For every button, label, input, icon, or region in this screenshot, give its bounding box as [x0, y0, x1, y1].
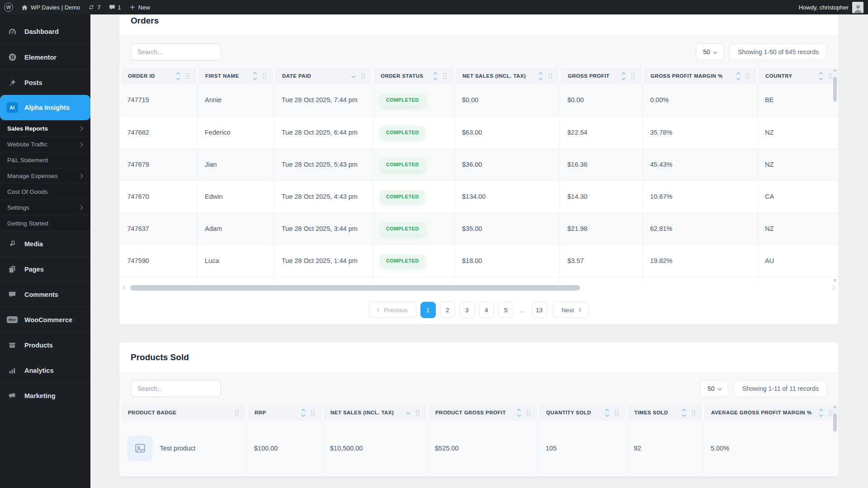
scroll-up-arrow-icon[interactable]	[833, 69, 837, 71]
previous-page-button[interactable]: Previous	[369, 302, 416, 318]
submenu-label: Settings	[7, 204, 29, 211]
submenu-item-sales-reports[interactable]: Sales Reports	[0, 120, 90, 136]
sidebar-item-comments[interactable]: Comments	[0, 282, 90, 307]
scroll-left-arrow-icon[interactable]	[123, 286, 127, 290]
drag-handle-icon[interactable]	[692, 410, 693, 411]
scroll-right-arrow-icon[interactable]	[831, 286, 835, 290]
page-button[interactable]: 3	[459, 302, 475, 318]
page-button[interactable]: 2	[440, 302, 455, 318]
page-button[interactable]: 1	[420, 302, 436, 318]
products-column-header[interactable]: Quantity Sold	[538, 404, 627, 421]
sidebar-item-woocommerce[interactable]: Woo WooCommerce	[0, 307, 90, 332]
page-button[interactable]: 5	[498, 302, 514, 318]
sort-icon[interactable]	[820, 409, 822, 416]
sort-icon[interactable]	[254, 73, 256, 80]
drag-handle-icon[interactable]	[311, 410, 312, 411]
comments-menu[interactable]: 1	[105, 0, 125, 14]
page-button[interactable]: ...	[518, 302, 528, 318]
sidebar-item-media[interactable]: Media	[0, 231, 90, 256]
sidebar-item-elementor[interactable]: Elementor	[0, 44, 90, 70]
drag-handle-icon[interactable]	[361, 73, 363, 75]
orders-column-header[interactable]: Date Paid	[274, 68, 373, 84]
sort-icon[interactable]	[434, 73, 437, 80]
products-vertical-scrollbar[interactable]	[833, 405, 837, 460]
scroll-down-arrow-icon[interactable]	[833, 279, 837, 282]
orders-column-header[interactable]: Country	[758, 68, 839, 84]
products-column-header[interactable]: Product Badge	[120, 404, 247, 421]
orders-horizontal-scrollbar[interactable]	[122, 284, 836, 292]
page-button[interactable]: 13	[532, 302, 547, 318]
sort-icon[interactable]	[407, 411, 410, 414]
orders-column-header[interactable]: First Name	[198, 68, 274, 84]
products-page-size-select[interactable]: 50	[700, 380, 728, 397]
next-page-button[interactable]: Next	[553, 302, 589, 318]
orders-column-header[interactable]: Gross Profit Margin %	[643, 68, 758, 84]
wordpress-menu[interactable]: W	[0, 0, 17, 14]
drag-handle-icon[interactable]	[186, 73, 187, 75]
sidebar-item-posts[interactable]: Posts	[0, 70, 90, 95]
sort-icon[interactable]	[177, 73, 179, 80]
submenu-item-website-traffic[interactable]: Website Traffic	[0, 136, 90, 152]
sidebar-item-pages[interactable]: Pages	[0, 256, 90, 282]
sort-icon[interactable]	[737, 73, 740, 80]
orders-page-size-select[interactable]: 50	[696, 43, 724, 61]
products-column-header[interactable]: Times Sold	[627, 404, 703, 421]
products-column-header[interactable]: Product Gross Profit	[428, 404, 538, 421]
order-id: 747682	[127, 129, 149, 136]
sidebar-item-dashboard[interactable]: Dashboard	[0, 19, 90, 44]
orders-column-header[interactable]: Net Sales (incl. Tax)	[455, 68, 560, 84]
submenu-item-settings[interactable]: Settings	[0, 199, 90, 215]
drag-handle-icon[interactable]	[631, 73, 632, 75]
sort-icon[interactable]	[606, 409, 609, 416]
sort-icon[interactable]	[622, 73, 625, 80]
sort-icon[interactable]	[820, 73, 822, 80]
site-menu[interactable]: WP Davies | Demo	[17, 0, 84, 14]
products-column-header[interactable]: RRP	[247, 404, 323, 421]
orders-vertical-scrollbar[interactable]	[833, 69, 837, 282]
orders-search-input[interactable]	[131, 43, 221, 61]
orders-column-header[interactable]: Gross Profit	[560, 68, 643, 84]
drag-handle-icon[interactable]	[443, 73, 444, 75]
order-id: 747637	[127, 225, 149, 232]
sidebar-item-alpha-insights[interactable]: AI Alpha Insights	[0, 95, 90, 120]
products-records-summary: Showing 1-11 of 11 records	[734, 380, 827, 397]
sort-icon[interactable]	[683, 409, 685, 416]
sidebar-item-marketing[interactable]: Marketing	[0, 383, 90, 408]
first-name: Edwin	[205, 193, 223, 200]
scrollbar-thumb[interactable]	[833, 77, 837, 102]
products-column-header[interactable]: Average Gross Profit Margin %	[703, 404, 839, 421]
scrollbar-thumb[interactable]	[833, 413, 837, 432]
drag-handle-icon[interactable]	[746, 73, 747, 75]
orders-column-header[interactable]: Order Status	[373, 68, 455, 84]
drag-handle-icon[interactable]	[263, 73, 264, 75]
drag-handle-icon[interactable]	[548, 73, 550, 75]
avatar[interactable]	[852, 2, 863, 13]
submenu-item-pl-statement[interactable]: P&L Statement	[0, 152, 90, 168]
scroll-up-arrow-icon[interactable]	[833, 405, 837, 408]
howdy-account-menu[interactable]: Howdy, christopher	[799, 4, 849, 11]
drag-handle-icon[interactable]	[829, 410, 830, 411]
sidebar-item-analytics[interactable]: Analytics	[0, 357, 90, 383]
drag-handle-icon[interactable]	[416, 410, 417, 411]
updates-menu[interactable]: 7	[84, 0, 104, 14]
submenu-item-cost-of-goods[interactable]: Cost Of Goods	[0, 183, 90, 199]
sort-icon[interactable]	[352, 75, 355, 77]
sort-icon[interactable]	[539, 73, 542, 80]
drag-handle-icon[interactable]	[829, 73, 830, 75]
sort-icon[interactable]	[302, 409, 305, 416]
drag-handle-icon[interactable]	[235, 410, 236, 411]
page-button[interactable]: 4	[479, 302, 494, 318]
submenu-item-manage-expenses[interactable]: Manage Expenses	[0, 168, 90, 183]
sort-icon[interactable]	[518, 409, 520, 416]
new-content-menu[interactable]: New	[125, 0, 154, 14]
date-paid: Tue 28 Oct 2025, 3:44 pm	[282, 225, 358, 232]
drag-handle-icon[interactable]	[527, 410, 528, 411]
products-search-input[interactable]	[131, 380, 221, 397]
scrollbar-thumb[interactable]	[130, 285, 580, 291]
orders-column-header[interactable]: Order ID	[120, 68, 198, 84]
order-row: 747682 Federico Tue 28 Oct 2025, 6:44 pm…	[120, 116, 839, 148]
submenu-item-getting-started[interactable]: Getting Started	[0, 215, 90, 231]
sidebar-item-products[interactable]: Products	[0, 332, 90, 357]
drag-handle-icon[interactable]	[615, 410, 616, 411]
products-column-header[interactable]: Net Sales (incl. Tax)	[323, 404, 428, 421]
